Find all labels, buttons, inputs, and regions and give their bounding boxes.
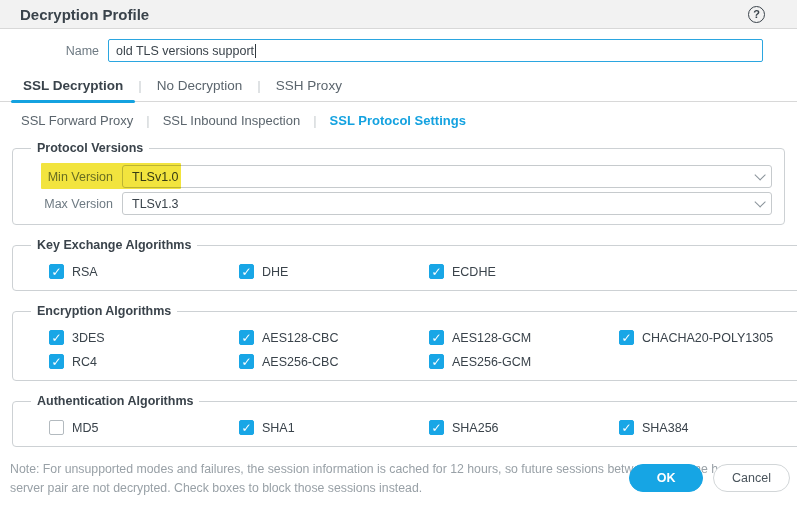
- chevron-down-icon: [754, 196, 765, 207]
- checkbox-label: AES256-CBC: [262, 355, 338, 369]
- checkbox[interactable]: [429, 420, 444, 435]
- checkbox-sha256[interactable]: SHA256: [429, 420, 619, 435]
- checkbox[interactable]: [49, 420, 64, 435]
- checkbox-aes128-gcm[interactable]: AES128-GCM: [429, 330, 619, 345]
- subtab-ssl-forward-proxy[interactable]: SSL Forward Proxy: [21, 113, 133, 128]
- text-cursor: [255, 44, 256, 58]
- min-version-row: Min Version TLSv1.0: [25, 165, 772, 188]
- min-version-value: TLSv1.0: [132, 170, 179, 184]
- checkbox[interactable]: [49, 264, 64, 279]
- min-version-select[interactable]: TLSv1.0: [122, 165, 772, 188]
- dialog-header: Decryption Profile ?: [0, 0, 797, 29]
- checkbox-aes128-cbc[interactable]: AES128-CBC: [239, 330, 429, 345]
- subtab-separator: [300, 113, 329, 128]
- authentication-legend: Authentication Algorithms: [31, 394, 199, 408]
- checkbox-aes256-gcm[interactable]: AES256-GCM: [429, 354, 619, 369]
- tab-separator: [125, 78, 155, 101]
- checkbox-label: RSA: [72, 265, 98, 279]
- authentication-grid: MD5 SHA1 SHA256 SHA384: [25, 414, 797, 437]
- checkbox-dhe[interactable]: DHE: [239, 264, 429, 279]
- authentication-section: Authentication Algorithms MD5 SHA1 SHA25…: [12, 394, 797, 447]
- checkbox-label: SHA256: [452, 421, 499, 435]
- dialog-footer: OK Cancel: [629, 464, 790, 492]
- max-version-select[interactable]: TLSv1.3: [122, 192, 772, 215]
- name-label: Name: [0, 44, 108, 58]
- main-tabs: SSL Decryption No Decryption SSH Proxy: [0, 75, 797, 102]
- checkbox-label: DHE: [262, 265, 288, 279]
- sub-tabs: SSL Forward Proxy SSL Inbound Inspection…: [0, 113, 797, 128]
- name-input-value: old TLS versions support: [116, 44, 254, 58]
- tab-ssl-decryption[interactable]: SSL Decryption: [21, 78, 125, 101]
- max-version-row: Max Version TLSv1.3: [25, 192, 772, 215]
- subtab-separator: [133, 113, 162, 128]
- checkbox[interactable]: [239, 264, 254, 279]
- checkbox-label: MD5: [72, 421, 98, 435]
- checkbox-aes256-cbc[interactable]: AES256-CBC: [239, 354, 429, 369]
- subtab-ssl-inbound-inspection[interactable]: SSL Inbound Inspection: [163, 113, 301, 128]
- checkbox-rsa[interactable]: RSA: [49, 264, 239, 279]
- checkbox-label: RC4: [72, 355, 97, 369]
- max-version-value: TLSv1.3: [132, 197, 179, 211]
- help-icon[interactable]: ?: [748, 6, 765, 23]
- tab-ssh-proxy[interactable]: SSH Proxy: [274, 78, 344, 101]
- checkbox-3des[interactable]: 3DES: [49, 330, 239, 345]
- checkbox-label: AES256-GCM: [452, 355, 531, 369]
- checkbox-sha384[interactable]: SHA384: [619, 420, 797, 435]
- checkbox-sha1[interactable]: SHA1: [239, 420, 429, 435]
- checkbox[interactable]: [239, 420, 254, 435]
- checkbox[interactable]: [239, 354, 254, 369]
- name-row: Name old TLS versions support: [0, 39, 797, 62]
- cancel-button[interactable]: Cancel: [713, 464, 790, 492]
- checkbox[interactable]: [239, 330, 254, 345]
- checkbox-label: AES128-CBC: [262, 331, 338, 345]
- encryption-grid: 3DES AES128-CBC AES128-GCM CHACHA20-POLY…: [25, 324, 797, 371]
- checkbox[interactable]: [619, 420, 634, 435]
- encryption-section: Encryption Algorithms 3DES AES128-CBC AE…: [12, 304, 797, 381]
- checkbox[interactable]: [619, 330, 634, 345]
- checkbox-rc4[interactable]: RC4: [49, 354, 239, 369]
- encryption-legend: Encryption Algorithms: [31, 304, 177, 318]
- chevron-down-icon: [754, 169, 765, 180]
- checkbox-label: 3DES: [72, 331, 105, 345]
- subtab-ssl-protocol-settings[interactable]: SSL Protocol Settings: [330, 113, 466, 128]
- tab-no-decryption[interactable]: No Decryption: [155, 78, 245, 101]
- key-exchange-section: Key Exchange Algorithms RSA DHE ECDHE: [12, 238, 797, 291]
- name-input[interactable]: old TLS versions support: [108, 39, 763, 62]
- checkbox[interactable]: [49, 330, 64, 345]
- checkbox-chacha20-poly1305[interactable]: CHACHA20-POLY1305: [619, 330, 797, 345]
- checkbox-ecdhe[interactable]: ECDHE: [429, 264, 619, 279]
- protocol-versions-section: Protocol Versions Min Version TLSv1.0 Ma…: [12, 141, 785, 225]
- checkbox-label: AES128-GCM: [452, 331, 531, 345]
- checkbox-label: SHA1: [262, 421, 295, 435]
- dialog-title: Decryption Profile: [20, 6, 149, 23]
- checkbox-label: ECDHE: [452, 265, 496, 279]
- checkbox[interactable]: [429, 330, 444, 345]
- checkbox[interactable]: [429, 264, 444, 279]
- checkbox-label: SHA384: [642, 421, 689, 435]
- key-exchange-legend: Key Exchange Algorithms: [31, 238, 197, 252]
- decryption-profile-dialog: Decryption Profile ? Name old TLS versio…: [0, 0, 797, 505]
- checkbox[interactable]: [49, 354, 64, 369]
- min-version-label: Min Version: [25, 170, 122, 184]
- protocol-versions-legend: Protocol Versions: [31, 141, 149, 155]
- tab-separator: [244, 78, 274, 101]
- checkbox[interactable]: [429, 354, 444, 369]
- key-exchange-grid: RSA DHE ECDHE: [25, 258, 797, 281]
- checkbox-md5[interactable]: MD5: [49, 420, 239, 435]
- ok-button[interactable]: OK: [629, 464, 703, 492]
- max-version-label: Max Version: [25, 197, 122, 211]
- checkbox-label: CHACHA20-POLY1305: [642, 331, 773, 345]
